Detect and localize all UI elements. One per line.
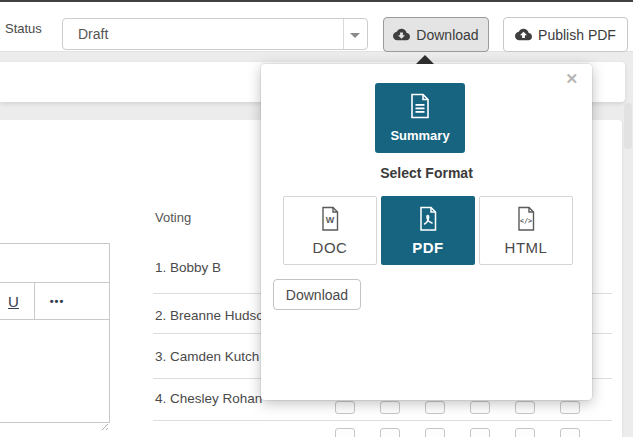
format-tile-html-label: HTML <box>505 239 548 256</box>
pdf-file-icon <box>416 206 440 236</box>
popover-download-button[interactable]: Download <box>273 279 361 310</box>
voting-heading: Voting <box>155 210 191 225</box>
publish-pdf-button-label: Publish PDF <box>538 27 616 43</box>
vote-checkbox[interactable] <box>335 401 355 414</box>
rich-text-editor[interactable]: U ••• <box>0 243 110 423</box>
row-divider <box>153 420 612 421</box>
vote-checkbox[interactable] <box>380 401 400 414</box>
download-button-label: Download <box>416 27 478 43</box>
summary-tile-label: Summary <box>390 128 449 143</box>
vote-checkbox[interactable] <box>515 428 535 437</box>
html-file-icon: </> <box>514 206 538 236</box>
format-tile-html[interactable]: </> HTML <box>479 196 573 265</box>
format-tile-pdf-selected[interactable]: PDF <box>381 196 475 265</box>
status-select[interactable]: Draft <box>62 18 368 50</box>
svg-text:W: W <box>326 215 335 225</box>
underline-button[interactable]: U <box>0 283 35 319</box>
format-tile-pdf-label: PDF <box>412 239 444 256</box>
chevron-down-icon <box>350 33 360 38</box>
status-select-value: Draft <box>78 26 108 42</box>
vote-checkbox-row <box>335 401 585 414</box>
document-icon <box>409 93 431 123</box>
vote-checkbox[interactable] <box>560 428 580 437</box>
vote-checkbox-row <box>335 428 585 437</box>
doc-file-icon: W <box>318 206 342 236</box>
editor-toolbar-row-1 <box>0 244 109 283</box>
voter-row-2: 2. Breanne Hudson <box>155 308 271 323</box>
vote-checkbox[interactable] <box>335 428 355 437</box>
scrollbar-thumb[interactable] <box>624 103 632 149</box>
vote-checkbox[interactable] <box>560 401 580 414</box>
close-icon[interactable]: ✕ <box>565 71 578 86</box>
vote-checkbox[interactable] <box>425 401 445 414</box>
cloud-download-icon <box>393 27 410 42</box>
status-label: Status <box>5 21 42 36</box>
format-tile-doc[interactable]: W DOC <box>283 196 377 265</box>
voter-row-1: 1. Bobby B <box>155 260 221 275</box>
popover-arrow-icon <box>416 55 434 64</box>
cloud-upload-icon <box>515 27 532 42</box>
voter-row-4: 4. Chesley Rohan <box>155 391 262 406</box>
top-toolbar: Status Draft Download Publish PDF <box>0 2 633 52</box>
status-select-divider <box>343 19 344 49</box>
svg-text:</>: </> <box>520 216 533 224</box>
vote-checkbox[interactable] <box>425 428 445 437</box>
summary-document-tile[interactable]: Summary <box>375 83 465 153</box>
voter-row-3: 3. Camden Kutch <box>155 349 259 364</box>
vote-checkbox[interactable] <box>470 401 490 414</box>
download-button[interactable]: Download <box>383 17 489 52</box>
format-tile-doc-label: DOC <box>313 239 348 256</box>
more-options-button[interactable]: ••• <box>35 283 79 319</box>
select-format-label: Select Format <box>261 165 592 181</box>
vote-checkbox[interactable] <box>470 428 490 437</box>
download-popover: ✕ Summary Select Format W DOC <box>261 64 592 400</box>
editor-toolbar-row-2: U ••• <box>0 283 109 320</box>
vote-checkbox[interactable] <box>380 428 400 437</box>
vote-checkbox[interactable] <box>515 401 535 414</box>
publish-pdf-button[interactable]: Publish PDF <box>503 17 628 52</box>
